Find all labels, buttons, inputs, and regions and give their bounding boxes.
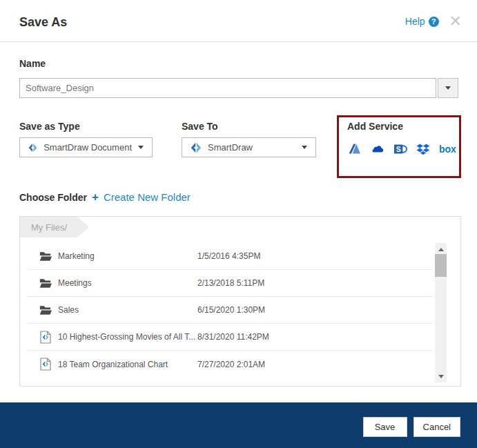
file-date: 8/31/2020 11:42PM	[197, 332, 269, 342]
dialog-title: Save As	[19, 15, 67, 30]
close-icon[interactable]: ✕	[449, 15, 462, 28]
file-row[interactable]: 18 Team Organizational Chart7/27/2020 2:…	[27, 351, 433, 378]
help-icon: ?	[429, 17, 439, 27]
chevron-down-icon	[302, 146, 307, 149]
file-name: 10 Highest-Grossing Movies of All T...	[58, 332, 195, 342]
save-button[interactable]: Save	[363, 417, 407, 437]
google-drive-icon[interactable]	[348, 142, 362, 156]
file-date: 2/13/2018 5:11PM	[197, 278, 264, 288]
file-name: 18 Team Organizational Chart	[58, 360, 168, 369]
name-input[interactable]	[19, 78, 436, 98]
chevron-down-icon	[445, 86, 451, 90]
file-name: Sales	[58, 305, 79, 315]
dialog-footer: Save Cancel	[0, 402, 477, 448]
onedrive-icon[interactable]	[371, 142, 384, 156]
file-row[interactable]: Sales6/15/2020 1:30PM	[27, 297, 433, 324]
choose-folder-label: Choose Folder	[19, 192, 87, 203]
sharepoint-icon[interactable]: S	[393, 142, 407, 156]
box-icon[interactable]: box	[439, 142, 456, 156]
scrollbar-thumb[interactable]	[435, 254, 447, 277]
name-label: Name	[19, 58, 46, 69]
file-date: 7/27/2020 2:01AM	[197, 360, 265, 369]
chevron-down-icon	[138, 146, 144, 149]
create-new-folder-link[interactable]: + Create New Folder	[92, 191, 191, 203]
smartdraw-icon	[191, 142, 202, 153]
save-to-dropdown[interactable]: SmartDraw	[182, 137, 316, 157]
document-icon	[39, 331, 52, 344]
cancel-button[interactable]: Cancel	[413, 417, 460, 437]
create-new-folder-label: Create New Folder	[104, 191, 191, 203]
file-date: 6/15/2020 1:30PM	[197, 305, 265, 315]
document-icon	[39, 358, 52, 371]
save-as-type-label: Save as Type	[19, 121, 80, 132]
save-as-type-value: SmartDraw Document	[43, 142, 132, 153]
my-files-tab[interactable]: My Files/	[20, 217, 89, 237]
file-name: Marketing	[58, 251, 95, 261]
file-list: Marketing1/5/2016 4:35PMMeetings2/13/201…	[27, 243, 433, 382]
folder-icon	[39, 304, 52, 317]
dropbox-icon[interactable]	[416, 142, 430, 156]
file-row[interactable]: Marketing1/5/2016 4:35PM	[27, 243, 433, 270]
scroll-down-icon[interactable]	[435, 371, 447, 381]
save-to-value: SmartDraw	[208, 142, 253, 153]
file-name: Meetings	[58, 278, 92, 288]
my-files-tab-label: My Files/	[31, 222, 67, 233]
scrollbar[interactable]	[435, 243, 447, 382]
file-date: 1/5/2016 4:35PM	[197, 251, 260, 261]
file-row[interactable]: 10 Highest-Grossing Movies of All T...8/…	[27, 324, 433, 351]
help-link[interactable]: Help ?	[405, 16, 439, 27]
smartdraw-icon	[28, 142, 37, 153]
file-row[interactable]: Meetings2/13/2018 5:11PM	[27, 270, 433, 297]
folder-browser-panel: My Files/ Marketing1/5/2016 4:35PMMeetin…	[19, 216, 461, 387]
add-service-label: Add Service	[347, 121, 403, 132]
svg-text:S: S	[396, 145, 401, 153]
folder-icon	[39, 277, 52, 290]
help-label: Help	[405, 16, 425, 27]
add-service-box: Add Service S	[337, 115, 461, 178]
save-as-type-dropdown[interactable]: SmartDraw Document	[19, 137, 153, 157]
folder-icon	[39, 250, 52, 263]
save-to-label: Save To	[182, 121, 218, 132]
save-as-dialog: Save As Help ? ✕ Name Save as Type Smart…	[0, 0, 477, 448]
name-dropdown-button[interactable]	[438, 78, 458, 98]
scroll-up-icon[interactable]	[435, 244, 447, 254]
dialog-header: Save As Help ? ✕	[0, 0, 477, 42]
plus-icon: +	[92, 193, 99, 202]
